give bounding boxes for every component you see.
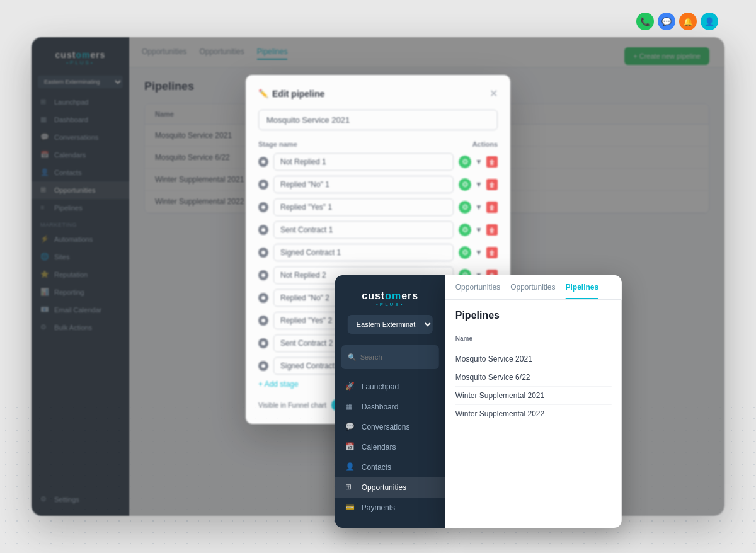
- close-button[interactable]: ✕: [490, 88, 498, 100]
- search-input[interactable]: [360, 353, 447, 361]
- edit-icon: ✏️: [258, 89, 268, 98]
- mini-right-panel: Opportunities Opportunities Pipelines Pi…: [445, 275, 622, 528]
- mini-payments-icon: 💳: [345, 503, 355, 513]
- stage-check-8: [258, 338, 268, 348]
- stage-input-3[interactable]: [273, 221, 454, 239]
- stage-actions-2: ⚙ ▼ 🗑: [459, 201, 498, 214]
- stage-filter-button-2[interactable]: ▼: [475, 203, 483, 212]
- stage-check-5: [258, 270, 268, 280]
- top-right-icons: 📞 💬 🔔 👤: [636, 13, 718, 30]
- mini-conversations-icon: 💬: [345, 422, 355, 432]
- modal-title: ✏️ Edit pipeline: [258, 89, 324, 99]
- floating-panel: customers •PLUS• Eastern Exterminating 🔍…: [335, 275, 622, 528]
- search-icon: 🔍: [348, 353, 357, 362]
- stage-row-0: ⚙ ▼ 🗑: [258, 153, 498, 171]
- stage-check-0: [258, 157, 268, 167]
- stage-check-3: [258, 225, 268, 235]
- mini-table-header: Name: [455, 331, 612, 346]
- stage-name-label: Stage name: [258, 140, 297, 148]
- stage-check-9: [258, 361, 268, 371]
- stage-actions-0: ⚙ ▼ 🗑: [459, 156, 498, 168]
- stage-add-button-1[interactable]: ⚙: [459, 178, 471, 191]
- stage-actions-3: ⚙ ▼ 🗑: [459, 224, 498, 236]
- stage-delete-button-0[interactable]: 🗑: [486, 156, 498, 168]
- mini-tab-opportunities-main[interactable]: Opportunities: [455, 283, 500, 299]
- stage-add-button-0[interactable]: ⚙: [459, 156, 471, 168]
- stage-row-3: ⚙ ▼ 🗑: [258, 221, 498, 239]
- stage-delete-button-3[interactable]: 🗑: [486, 224, 498, 236]
- stage-filter-button-0[interactable]: ▼: [475, 157, 483, 166]
- mini-contacts-icon: 👤: [345, 462, 355, 472]
- chat-icon[interactable]: 💬: [658, 13, 675, 30]
- stage-check-4: [258, 248, 268, 258]
- mini-table-row-1[interactable]: Mosquito Service 6/22: [455, 368, 612, 387]
- stage-row-4: ⚙ ▼ 🗑: [258, 244, 498, 261]
- mini-calendars-icon: 📅: [345, 442, 355, 452]
- stage-check-6: [258, 293, 268, 303]
- mini-nav-payments[interactable]: 💳 Payments: [335, 498, 445, 518]
- stage-input-0[interactable]: [273, 153, 454, 171]
- mini-table-row-3[interactable]: Winter Supplemental 2022: [455, 405, 612, 423]
- stage-actions-1: ⚙ ▼ 🗑: [459, 178, 498, 191]
- stage-filter-button-1[interactable]: ▼: [475, 180, 483, 189]
- mini-nav-opportunities[interactable]: ⊞ Opportunities: [335, 477, 445, 498]
- mini-logo-text: customers: [343, 290, 438, 302]
- mini-tab-pipelines[interactable]: Pipelines: [566, 283, 599, 299]
- stage-input-1[interactable]: [273, 176, 454, 193]
- mini-table-row-2[interactable]: Winter Supplemental 2021: [455, 387, 612, 405]
- stage-add-button-2[interactable]: ⚙: [459, 201, 471, 214]
- mini-dashboard-icon: ▦: [345, 402, 355, 412]
- stage-add-button-4[interactable]: ⚙: [459, 246, 471, 259]
- stage-check-1: [258, 180, 268, 190]
- mini-nav-dashboard[interactable]: ▦ Dashboard: [335, 397, 445, 417]
- stage-delete-button-2[interactable]: 🗑: [486, 202, 498, 213]
- mini-tab-opportunities-sub[interactable]: Opportunities: [510, 283, 555, 299]
- mini-logo: customers •PLUS•: [335, 285, 445, 315]
- stage-delete-button-1[interactable]: 🗑: [486, 179, 498, 190]
- stage-filter-button-4[interactable]: ▼: [475, 248, 483, 257]
- mini-tabs: Opportunities Opportunities Pipelines: [445, 275, 622, 300]
- pipeline-name-input[interactable]: [258, 110, 498, 130]
- mini-nav-launchpad[interactable]: 🚀 Launchpad: [335, 377, 445, 397]
- stage-delete-button-4[interactable]: 🗑: [486, 247, 498, 258]
- mini-opportunities-icon: ⊞: [345, 482, 355, 493]
- notification-icon[interactable]: 🔔: [679, 13, 697, 30]
- stage-actions-4: ⚙ ▼ 🗑: [459, 246, 498, 259]
- mini-nav-calendars[interactable]: 📅 Calendars: [335, 437, 445, 457]
- stage-row-2: ⚙ ▼ 🗑: [258, 198, 498, 216]
- stage-input-4[interactable]: [273, 244, 454, 261]
- mini-launchpad-icon: 🚀: [345, 382, 355, 392]
- mini-page-title: Pipelines: [455, 310, 612, 321]
- stage-check-2: [258, 202, 268, 212]
- stage-check-7: [258, 316, 268, 326]
- profile-icon[interactable]: 👤: [701, 13, 718, 30]
- stage-row-1: ⚙ ▼ 🗑: [258, 176, 498, 193]
- mini-table-row-0[interactable]: Mosquito Service 2021: [455, 350, 612, 368]
- stage-header: Stage name Actions: [258, 140, 498, 148]
- search-bar: 🔍 ctrl K +: [341, 345, 439, 369]
- modal-header: ✏️ Edit pipeline ✕: [258, 88, 498, 100]
- mini-sidebar: customers •PLUS• Eastern Exterminating 🔍…: [335, 275, 445, 528]
- stage-add-button-3[interactable]: ⚙: [459, 224, 471, 236]
- phone-icon[interactable]: 📞: [636, 13, 654, 30]
- company-select[interactable]: Eastern Exterminating: [348, 315, 433, 334]
- mini-nav-conversations[interactable]: 💬 Conversations: [335, 417, 445, 437]
- actions-label: Actions: [472, 140, 498, 148]
- stage-input-2[interactable]: [273, 198, 454, 216]
- mini-page-content: Pipelines Name Mosquito Service 2021 Mos…: [445, 300, 622, 433]
- mini-nav-contacts[interactable]: 👤 Contacts: [335, 457, 445, 477]
- stage-filter-button-3[interactable]: ▼: [475, 225, 483, 234]
- mini-logo-sub: •PLUS•: [343, 302, 438, 307]
- funnel-chart-label: Visible in Funnel chart: [258, 401, 326, 409]
